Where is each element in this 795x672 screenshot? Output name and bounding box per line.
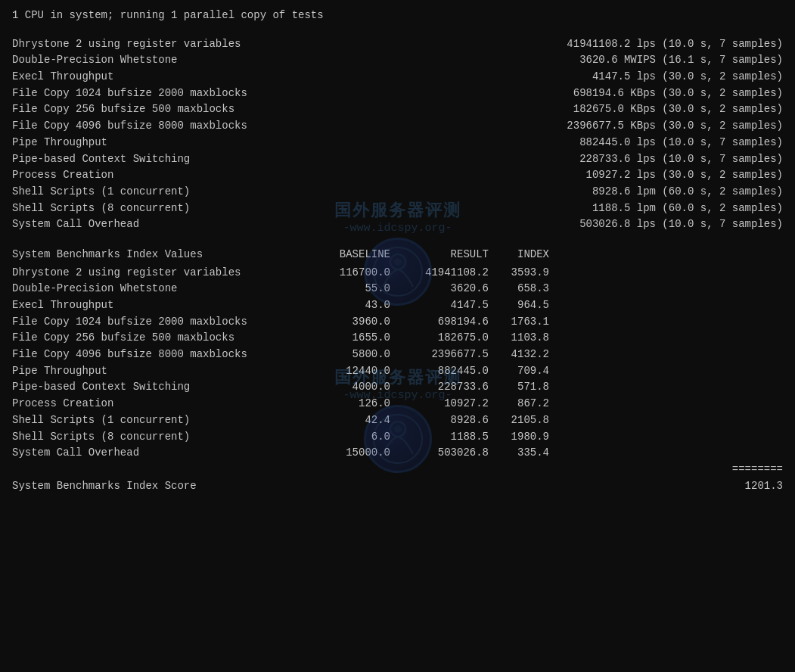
perf-row-value: 8928.6 lpm (60.0 s, 2 samples) — [300, 184, 783, 201]
perf-row-value: 1188.5 lpm (60.0 s, 2 samples) — [300, 201, 783, 217]
index-row-index: 658.3 — [489, 281, 549, 297]
index-row-name: Execl Throughput — [12, 297, 300, 314]
index-header-index: INDEX — [489, 247, 549, 263]
perf-row: File Copy 1024 bufsize 2000 maxblocks 69… — [12, 86, 783, 102]
index-header-baseline: BASELINE — [300, 247, 390, 263]
content: 1 CPU in system; running 1 parallel copy… — [12, 8, 783, 494]
index-row-result: 882445.0 — [390, 363, 489, 380]
index-row-name: Shell Scripts (1 concurrent) — [12, 412, 300, 429]
index-row-name: Process Creation — [12, 396, 300, 412]
perf-row-value: 2396677.5 KBps (30.0 s, 2 samples) — [300, 118, 783, 135]
perf-row: Double-Precision Whetstone 3620.6 MWIPS … — [12, 52, 783, 69]
perf-row-value: 503026.8 lps (10.0 s, 7 samples) — [300, 216, 783, 233]
index-row-index: 1980.9 — [489, 429, 549, 446]
index-row-result: 1188.5 — [390, 429, 489, 446]
index-row-name: File Copy 4096 bufsize 8000 maxblocks — [12, 347, 300, 363]
index-row-name: System Call Overhead — [12, 445, 300, 462]
perf-row-name: Execl Throughput — [12, 69, 300, 86]
index-header-result: RESULT — [390, 247, 489, 263]
index-row-baseline: 12440.0 — [300, 363, 390, 380]
perf-row-name: Dhrystone 2 using register variables — [12, 36, 300, 53]
index-row-result: 41941108.2 — [390, 265, 489, 282]
index-row-baseline: 3960.0 — [300, 314, 390, 331]
index-header-name: System Benchmarks Index Values — [12, 247, 300, 263]
index-row: Double-Precision Whetstone55.03620.6658.… — [12, 281, 783, 297]
index-row-baseline: 55.0 — [300, 281, 390, 297]
final-score-row: System Benchmarks Index Score 1201.3 — [12, 478, 783, 495]
perf-row: File Copy 256 bufsize 500 maxblocks 1826… — [12, 101, 783, 118]
index-row-name: Double-Precision Whetstone — [12, 281, 300, 297]
index-row-result: 698194.6 — [390, 314, 489, 331]
index-row-index: 2105.8 — [489, 412, 549, 429]
index-row-baseline: 126.0 — [300, 396, 390, 412]
index-row: File Copy 1024 bufsize 2000 maxblocks396… — [12, 314, 783, 331]
perf-row: Shell Scripts (8 concurrent) 1188.5 lpm … — [12, 201, 783, 217]
index-row: Shell Scripts (8 concurrent)6.01188.5198… — [12, 429, 783, 446]
index-row-index: 964.5 — [489, 297, 549, 314]
index-row-result: 2396677.5 — [390, 347, 489, 363]
perf-row: Dhrystone 2 using register variables 419… — [12, 36, 783, 53]
perf-row-value: 228733.6 lps (10.0 s, 7 samples) — [300, 151, 783, 168]
index-row-index: 571.8 — [489, 379, 549, 396]
index-row: File Copy 256 bufsize 500 maxblocks1655.… — [12, 330, 783, 347]
index-row-result: 182675.0 — [390, 330, 489, 347]
perf-row-name: File Copy 1024 bufsize 2000 maxblocks — [12, 86, 300, 102]
index-row-baseline: 15000.0 — [300, 445, 390, 462]
index-row-baseline: 43.0 — [300, 297, 390, 314]
index-row-baseline: 6.0 — [300, 429, 390, 446]
index-row-result: 8928.6 — [390, 412, 489, 429]
index-rows: Dhrystone 2 using register variables1167… — [12, 265, 783, 462]
index-row: Execl Throughput43.04147.5964.5 — [12, 297, 783, 314]
index-row: Dhrystone 2 using register variables1167… — [12, 265, 783, 282]
index-row-index: 335.4 — [489, 445, 549, 462]
index-row: File Copy 4096 bufsize 8000 maxblocks580… — [12, 347, 783, 363]
perf-row-value: 698194.6 KBps (30.0 s, 2 samples) — [300, 86, 783, 102]
index-row: Pipe Throughput12440.0882445.0709.4 — [12, 363, 783, 380]
perf-row-value: 41941108.2 lps (10.0 s, 7 samples) — [300, 36, 783, 53]
index-row: System Call Overhead15000.0503026.8335.4 — [12, 445, 783, 462]
perf-row-value: 4147.5 lps (30.0 s, 2 samples) — [300, 69, 783, 86]
perf-row-value: 3620.6 MWIPS (16.1 s, 7 samples) — [300, 52, 783, 69]
perf-row-value: 10927.2 lps (30.0 s, 2 samples) — [300, 167, 783, 184]
index-row-name: Pipe-based Context Switching — [12, 379, 300, 396]
perf-row-value: 882445.0 lps (10.0 s, 7 samples) — [300, 135, 783, 151]
perf-row: System Call Overhead 503026.8 lps (10.0 … — [12, 216, 783, 233]
index-row-result: 503026.8 — [390, 445, 489, 462]
index-row-index: 709.4 — [489, 363, 549, 380]
index-row-index: 4132.2 — [489, 347, 549, 363]
index-row-result: 3620.6 — [390, 281, 489, 297]
final-score-label: System Benchmarks Index Score — [12, 478, 197, 495]
perf-row: Pipe-based Context Switching 228733.6 lp… — [12, 151, 783, 168]
index-section: System Benchmarks Index ValuesBASELINERE… — [12, 247, 783, 494]
index-row-baseline: 5800.0 — [300, 347, 390, 363]
perf-row-name: Process Creation — [12, 167, 300, 184]
performance-section: Dhrystone 2 using register variables 419… — [12, 36, 783, 233]
index-row-name: Shell Scripts (8 concurrent) — [12, 429, 300, 446]
perf-row: File Copy 4096 bufsize 8000 maxblocks 23… — [12, 118, 783, 135]
index-row-index: 1103.8 — [489, 330, 549, 347]
performance-rows: Dhrystone 2 using register variables 419… — [12, 36, 783, 233]
perf-row-name: Double-Precision Whetstone — [12, 52, 300, 69]
index-row-result: 228733.6 — [390, 379, 489, 396]
index-row-name: File Copy 1024 bufsize 2000 maxblocks — [12, 314, 300, 331]
divider-line: ======== — [12, 462, 783, 478]
index-row-name: File Copy 256 bufsize 500 maxblocks — [12, 330, 300, 347]
index-row-baseline: 42.4 — [300, 412, 390, 429]
perf-row-name: File Copy 256 bufsize 500 maxblocks — [12, 101, 300, 118]
index-row: Pipe-based Context Switching4000.0228733… — [12, 379, 783, 396]
perf-row-name: Pipe-based Context Switching — [12, 151, 300, 168]
perf-row-name: Shell Scripts (8 concurrent) — [12, 201, 300, 217]
final-score-value: 1201.3 — [745, 478, 783, 495]
perf-row: Process Creation 10927.2 lps (30.0 s, 2 … — [12, 167, 783, 184]
index-row: Process Creation126.010927.2867.2 — [12, 396, 783, 412]
perf-row: Execl Throughput 4147.5 lps (30.0 s, 2 s… — [12, 69, 783, 86]
index-row-baseline: 116700.0 — [300, 265, 390, 282]
index-header-row: System Benchmarks Index ValuesBASELINERE… — [12, 247, 783, 263]
perf-row-value: 182675.0 KBps (30.0 s, 2 samples) — [300, 101, 783, 118]
index-row-result: 4147.5 — [390, 297, 489, 314]
index-row-index: 1763.1 — [489, 314, 549, 331]
perf-row-name: System Call Overhead — [12, 216, 300, 233]
perf-row-name: Pipe Throughput — [12, 135, 300, 151]
index-row-index: 867.2 — [489, 396, 549, 412]
index-row-result: 10927.2 — [390, 396, 489, 412]
